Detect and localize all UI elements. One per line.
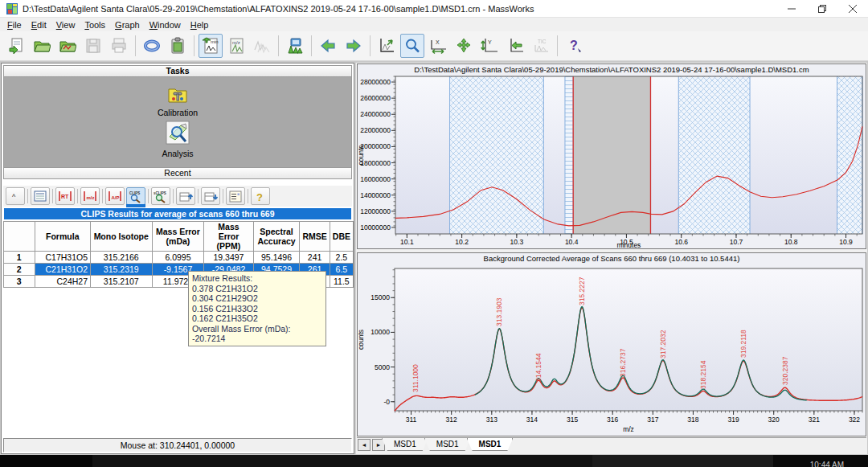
scale-y-button[interactable]: Y xyxy=(477,34,502,58)
clips-search-button[interactable]: CLIPS xyxy=(126,187,145,205)
crosshatch-region[interactable] xyxy=(837,76,862,234)
collapse-icon: ^ xyxy=(8,190,23,203)
rt-window-button[interactable]: RT xyxy=(55,187,75,205)
svg-text:318: 318 xyxy=(687,416,698,424)
svg-text:10.8: 10.8 xyxy=(784,238,798,246)
svg-text:10000000: 10000000 xyxy=(360,223,391,231)
chromatogram-view-button[interactable]: min xyxy=(199,34,223,58)
massworks-window: D:\TestData\Agilent Santa Clara\05-29-20… xyxy=(0,0,868,467)
ap-window-button[interactable]: A/P xyxy=(105,187,125,205)
open-data-icon xyxy=(33,37,51,55)
menu-graph[interactable]: Graph xyxy=(110,19,145,31)
nav-forward-button[interactable] xyxy=(342,34,366,58)
sheet-tab-msd1-1[interactable]: MSD1 xyxy=(424,438,471,451)
toolbar-separator xyxy=(370,35,371,56)
minimize-button[interactable] xyxy=(776,0,807,18)
title-bar: D:\TestData\Agilent Santa Clara\05-29-20… xyxy=(0,0,868,18)
help-button[interactable]: ? xyxy=(562,34,586,58)
shift-axis-button[interactable] xyxy=(503,34,527,58)
svg-text:10.3: 10.3 xyxy=(510,238,524,246)
cell-formula: C24H27 xyxy=(35,276,90,288)
column-header[interactable]: RMSE xyxy=(300,222,330,252)
tab-strip: ◄►MSD1MSD1MSD1 xyxy=(357,437,866,453)
analysis-icon xyxy=(166,121,190,148)
open-analysis-button[interactable] xyxy=(55,34,80,58)
svg-text:10000: 10000 xyxy=(371,328,390,336)
menu-file[interactable]: File xyxy=(2,19,27,31)
new-file-button[interactable] xyxy=(4,34,28,58)
sheet-tab-msd1-0[interactable]: MSD1 xyxy=(382,438,428,451)
shift-axis-icon xyxy=(506,37,524,55)
pan-button[interactable] xyxy=(452,34,476,58)
column-header[interactable]: Formula xyxy=(35,222,90,252)
paste-button[interactable] xyxy=(166,34,190,58)
column-header[interactable]: Mass Error (mDa) xyxy=(152,222,204,252)
recent-header[interactable]: Recent xyxy=(3,167,352,179)
svg-text:^: ^ xyxy=(12,193,16,201)
svg-text:Y: Y xyxy=(488,39,492,45)
open-data-button[interactable] xyxy=(30,34,54,58)
mz-window-button[interactable]: m/z xyxy=(80,187,100,205)
column-header[interactable] xyxy=(4,222,35,252)
properties-button[interactable] xyxy=(226,187,245,205)
selected-scan-region[interactable] xyxy=(573,76,650,234)
results-toolbar-separator xyxy=(198,189,199,203)
clips-search-icon: CLIPS xyxy=(129,190,143,203)
column-header[interactable]: Mass Error (PPM) xyxy=(204,222,253,252)
cell-dbe: 6.5 xyxy=(330,264,353,276)
menu-view[interactable]: View xyxy=(51,19,80,31)
export-3d-button[interactable] xyxy=(140,34,164,58)
svg-text:10.4: 10.4 xyxy=(565,238,579,246)
x-axis: 10.110.210.310.410.510.610.710.810.9minu… xyxy=(396,234,857,248)
svg-text:10.1: 10.1 xyxy=(400,238,414,246)
svg-text:315: 315 xyxy=(567,416,578,424)
zoom-tool-icon xyxy=(403,37,421,55)
zoom-tool-button[interactable] xyxy=(400,34,424,58)
report-button[interactable] xyxy=(31,187,50,205)
import-up-button[interactable] xyxy=(176,187,195,205)
select-tool-button[interactable] xyxy=(375,34,399,58)
svg-text:m/z: m/z xyxy=(232,40,240,45)
tooltip-line: 0.304 C21H29O2 xyxy=(192,293,322,304)
menu-help[interactable]: Help xyxy=(186,19,214,31)
svg-text:322: 322 xyxy=(849,416,860,424)
nav-back-button[interactable] xyxy=(316,34,340,58)
cell-rmse: 241 xyxy=(300,252,330,264)
import-down-icon xyxy=(203,190,218,203)
left-panel: Tasks Calibration xyxy=(1,63,354,454)
task-analysis[interactable]: Analysis xyxy=(162,121,193,158)
close-button[interactable] xyxy=(837,0,868,18)
svg-text:28000000: 28000000 xyxy=(360,78,391,86)
windows-taskbar[interactable]: 10:44 AM xyxy=(0,455,868,467)
import-up-icon xyxy=(178,190,193,203)
menu-window[interactable]: Window xyxy=(145,19,186,31)
tab-scroll-left-button[interactable]: ◄ xyxy=(358,439,371,451)
menu-tools[interactable]: Tools xyxy=(80,19,110,31)
result-row[interactable]: 1C17H31O5315.21666.099519.349795.1496241… xyxy=(4,252,354,264)
column-header[interactable]: Mono Isotope xyxy=(90,222,152,252)
help-results-button[interactable]: ? xyxy=(251,187,270,205)
menu-edit[interactable]: Edit xyxy=(27,19,51,31)
chromatogram-plot[interactable]: 10.110.210.310.410.510.610.710.810.9minu… xyxy=(358,75,866,248)
scale-x-button[interactable]: X xyxy=(426,34,450,58)
crosshatch-region[interactable] xyxy=(678,76,750,234)
task-calibration[interactable]: Calibration xyxy=(158,86,198,117)
spectrum-plot[interactable]: 311312313314315316317318319320321322m/z-… xyxy=(358,264,866,434)
results-toolbar-separator xyxy=(148,189,149,203)
collapse-button[interactable]: ^ xyxy=(6,187,25,205)
restore-button[interactable] xyxy=(807,0,837,18)
hstripe-region[interactable] xyxy=(565,76,573,234)
import-down-button[interactable] xyxy=(201,187,220,205)
calibration-standard-button[interactable] xyxy=(283,34,307,58)
y-axis-label: counts xyxy=(358,145,365,165)
taskbar-clock: 10:44 AM xyxy=(810,461,844,467)
column-header[interactable]: DBE xyxy=(330,222,353,252)
spectrum-view-button[interactable]: m/z xyxy=(224,34,248,58)
sheet-tab-msd1-2[interactable]: MSD1 xyxy=(467,438,514,451)
paste-icon xyxy=(169,37,186,55)
toolbar-separator xyxy=(311,35,312,56)
svg-text:RT: RT xyxy=(61,194,69,199)
sclips-search-button[interactable]: sCLIPS xyxy=(151,187,170,205)
column-header[interactable]: Spectral Accuracy xyxy=(253,222,300,252)
chromatogram-title: D:\TestData\Agilent Santa Clara\05-29-20… xyxy=(358,64,866,75)
